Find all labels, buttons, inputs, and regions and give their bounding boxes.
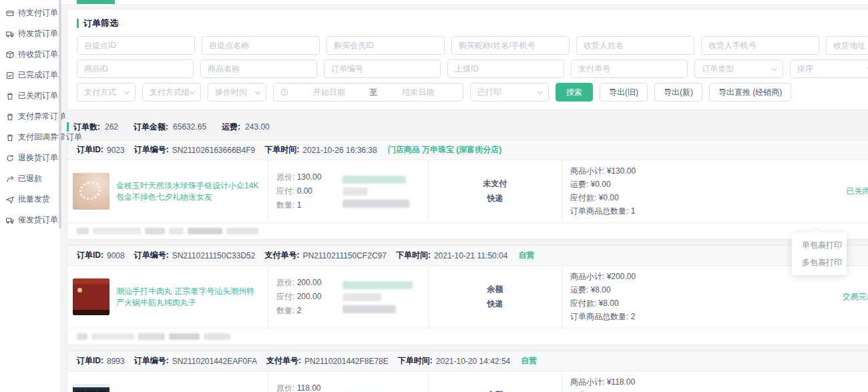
order-tag: 自营	[518, 250, 534, 261]
date-to-label: 至	[370, 87, 378, 98]
sidebar-item-label: 批量发货	[18, 194, 50, 205]
order-card: 订单ID:9008 订单编号:SN2110211150C33D52 支付单号:P…	[67, 245, 868, 345]
order-header: 订单ID:8993 订单编号:SN2110201442EAF0FA 支付单号:P…	[67, 351, 868, 371]
pay-status: 余额	[487, 389, 503, 392]
receiver-name-input[interactable]	[576, 36, 694, 55]
buyer-member-id-input[interactable]	[327, 36, 445, 55]
product-column: 潮汕手打牛肉丸 正宗老字号汕头潮州特产火锅牛筋丸纯肉丸子	[67, 266, 268, 328]
sidebar-item-to-ship[interactable]: 待发货订单	[0, 23, 60, 44]
sidebar-item-batch-ship[interactable]: 批量发货	[0, 189, 60, 210]
export-direct-button[interactable]: 导出直推 (经销商)	[709, 83, 791, 102]
order-body: 潮汕手打牛肉丸 正宗老字号汕头潮州特产火锅牛筋丸纯肉丸子 原价: 200.00 …	[67, 266, 868, 328]
amounts-column: 商品小计: ¥118.00 运费: ¥0.00 应付款: ¥113.00 订单商…	[562, 371, 715, 392]
customer-info-redacted	[335, 371, 428, 392]
check-square-icon	[6, 71, 14, 79]
sidebar-item-pending-payment[interactable]: 待支付订单	[0, 3, 60, 23]
export-new-button[interactable]: 导出(新)	[654, 83, 702, 102]
sidebar-item-label: 待发货订单	[18, 28, 58, 39]
sidebar-item-completed[interactable]: 已完成订单	[0, 65, 60, 85]
payment-no-input[interactable]	[571, 59, 688, 78]
order-state[interactable]: 交易完成	[715, 266, 868, 328]
search-button[interactable]: 搜索	[556, 83, 593, 102]
sidebar: 待支付订单 待发货订单 待收货订单 已完成订单 已关闭订单 支付异常订单 支付回…	[0, 0, 60, 392]
freight-label: 运费:	[222, 122, 240, 133]
sidebar-item-to-receive[interactable]: 待收货订单	[0, 44, 60, 65]
active-tab-indicator[interactable]	[77, 0, 115, 4]
date-range-picker[interactable]: 开始日期 至 结束日期	[273, 83, 463, 102]
print-menu-popup: 单包裹打印 多包裹打印	[792, 232, 847, 275]
product-title-link[interactable]: 潮汕手打牛肉丸 正宗老字号汕头潮州特产火锅牛筋丸纯肉丸子	[116, 286, 260, 309]
filter-panel: 订单筛选 订单类型 排序	[67, 9, 868, 110]
sort-select[interactable]: 排序	[790, 59, 868, 78]
address-redacted	[77, 333, 230, 340]
sidebar-item-label: 催发货订单	[18, 214, 58, 226]
sidebar-item-returns[interactable]: 退换货订单	[0, 148, 60, 168]
scrollbar[interactable]	[59, 0, 61, 228]
product-image[interactable]: 39	[73, 384, 110, 392]
order-sn-input[interactable]	[324, 59, 441, 78]
main-content: 订单筛选 订单类型 排序	[60, 0, 868, 392]
chevron-down-icon	[190, 88, 195, 93]
order-admin-app: 待支付订单 待发货订单 待收货订单 已完成订单 已关闭订单 支付异常订单 支付回…	[0, 0, 868, 392]
truck-icon	[6, 216, 14, 224]
single-package-print-item[interactable]: 单包裹打印	[792, 236, 847, 254]
ship-method: 快递	[487, 193, 503, 204]
send-icon	[6, 196, 14, 204]
order-header: 订单ID:9008 订单编号:SN2110211150C33D52 支付单号:P…	[67, 246, 868, 266]
pay-method-group-select[interactable]: 支付方式组	[142, 83, 201, 102]
sidebar-item-label: 已完成订单	[18, 69, 58, 81]
sidebar-item-label: 待支付订单	[18, 7, 58, 19]
order-count-label: 订单数:	[73, 122, 100, 133]
pickup-id-input[interactable]	[77, 36, 195, 55]
summary-bar: 订单数: 262 订单金额: 65632.65 运费: 243.00	[67, 121, 868, 133]
receiver-phone-input[interactable]	[701, 36, 819, 55]
parent-id-input[interactable]	[447, 59, 564, 78]
order-tag: 自营	[521, 355, 537, 367]
status-column: 余额 快递	[428, 371, 562, 392]
sidebar-item-label: 支付回调异常订单	[18, 132, 82, 143]
top-strip	[60, 0, 868, 4]
order-body: 金枝玉叶天然淡水珍珠手链设计小众14K包金不掉色七夕礼物送女友 原价: 130.…	[67, 160, 868, 222]
order-header: 订单ID:9023 订单编号:SN211026163666B4F9 下单时间:2…	[67, 140, 868, 160]
sidebar-item-refunded[interactable]: 已退款	[0, 168, 60, 189]
filter-row-2: 订单类型 排序 是否搜索首单 订单状态	[77, 59, 868, 78]
printed-select[interactable]: 已打印	[470, 83, 549, 102]
sidebar-item-closed[interactable]: 已关闭订单	[0, 85, 60, 106]
receiver-address-input[interactable]	[826, 36, 868, 55]
order-card: 订单ID:8993 订单编号:SN2110201442EAF0FA 支付单号:P…	[67, 351, 868, 392]
order-state[interactable]: 交易完成	[715, 371, 868, 392]
customer-info-redacted	[335, 160, 428, 222]
title-accent-bar	[77, 19, 79, 28]
sidebar-item-payment-abnormal[interactable]: 支付异常订单	[0, 106, 60, 127]
product-column: 39 3盒韩国jm面膜女补水保湿美白官方旗舰店正品去黄气暗沉收缩毛孔	[67, 371, 268, 392]
product-id-input[interactable]	[77, 59, 194, 78]
order-state[interactable]: 已关闭	[715, 160, 868, 222]
end-date-placeholder: 结束日期	[381, 87, 457, 98]
redacted-phone	[343, 305, 396, 313]
trash-icon	[6, 113, 14, 121]
redacted-nickname	[343, 281, 413, 289]
filter-title-row: 订单筛选	[77, 17, 868, 29]
order-type-select[interactable]: 订单类型	[694, 59, 783, 78]
order-tag: 门店商品 万申珠宝 (深富街分店)	[388, 144, 502, 156]
chevron-down-icon	[772, 65, 777, 70]
pickup-name-input[interactable]	[202, 36, 320, 55]
status-column: 余额 快递	[428, 266, 562, 328]
sidebar-item-urge-ship[interactable]: 催发货订单	[0, 210, 60, 230]
operation-time-select[interactable]: 操作时间	[208, 83, 266, 102]
multi-package-print-item[interactable]: 多包裹打印	[792, 254, 847, 271]
sidebar-item-callback-abnormal[interactable]: 支付回调异常订单	[0, 127, 60, 148]
customer-info-redacted	[335, 266, 428, 328]
sidebar-item-label: 退换货订单	[18, 152, 58, 164]
chevron-down-icon	[537, 88, 543, 93]
card-icon	[6, 9, 14, 17]
price-column: 原价: 118.00 应付: 118.00 数量: 1	[268, 371, 335, 392]
product-title-link[interactable]: 金枝玉叶天然淡水珍珠手链设计小众14K包金不掉色七夕礼物送女友	[116, 180, 260, 203]
redacted-name	[343, 293, 381, 301]
product-name-input[interactable]	[200, 59, 317, 78]
pay-method-select[interactable]: 支付方式	[77, 83, 136, 102]
export-old-button[interactable]: 导出(旧)	[600, 83, 648, 102]
product-image[interactable]	[73, 278, 110, 315]
buyer-nickname-input[interactable]	[451, 36, 570, 55]
product-image[interactable]	[73, 173, 110, 210]
